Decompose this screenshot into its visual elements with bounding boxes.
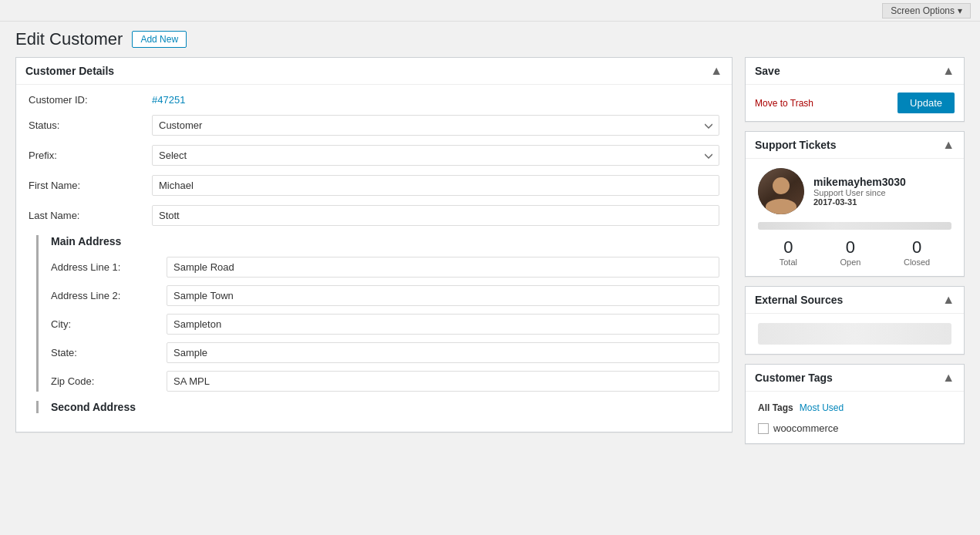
save-metabox: Save ▲ Move to Trash Update bbox=[745, 57, 965, 122]
state-label: State: bbox=[51, 347, 167, 358]
prefix-row: Prefix: Select bbox=[29, 145, 719, 166]
first-name-input[interactable] bbox=[152, 175, 719, 196]
external-sources-title: External Sources bbox=[755, 294, 843, 306]
first-name-row: First Name: bbox=[29, 175, 719, 196]
status-label: Status: bbox=[29, 119, 152, 131]
tag-woocommerce-checkbox[interactable] bbox=[758, 423, 769, 434]
save-title: Save bbox=[755, 65, 780, 77]
external-sources-metabox: External Sources ▲ bbox=[745, 286, 965, 355]
avatar-face bbox=[758, 168, 804, 214]
city-row: City: bbox=[51, 314, 719, 335]
second-address-title: Second Address bbox=[51, 401, 719, 413]
customer-tags-header[interactable]: Customer Tags ▲ bbox=[746, 365, 964, 392]
ticket-counts: 0 Total 0 Open 0 Closed bbox=[758, 237, 951, 267]
screen-options-label: Screen Options bbox=[891, 5, 955, 16]
right-column: Save ▲ Move to Trash Update Support Tick… bbox=[745, 57, 965, 444]
zip-label: Zip Code: bbox=[51, 375, 167, 387]
closed-label: Closed bbox=[904, 257, 930, 267]
main-address-title: Main Address bbox=[51, 235, 719, 247]
last-name-input[interactable] bbox=[152, 205, 719, 226]
total-label: Total bbox=[780, 257, 797, 267]
second-address-section: Second Address bbox=[36, 401, 719, 413]
total-count: 0 Total bbox=[780, 237, 797, 267]
all-tags-tab[interactable]: All Tags bbox=[758, 401, 793, 415]
external-sources-header[interactable]: External Sources ▲ bbox=[746, 287, 964, 314]
address2-input[interactable] bbox=[167, 285, 719, 306]
support-collapse-icon: ▲ bbox=[942, 138, 955, 152]
customer-details-metabox: Customer Details ▲ Customer ID: #47251 S… bbox=[15, 57, 732, 432]
blurred-link-bar bbox=[758, 222, 951, 230]
tags-collapse-icon: ▲ bbox=[942, 371, 955, 385]
support-user-row: mikemayhem3030 Support User since 2017-0… bbox=[758, 168, 951, 214]
customer-id-value: #47251 bbox=[152, 94, 185, 106]
add-new-button[interactable]: Add New bbox=[132, 31, 187, 48]
city-label: City: bbox=[51, 318, 167, 330]
tag-woocommerce-label: woocommerce bbox=[773, 422, 839, 434]
zip-row: Zip Code: bbox=[51, 371, 719, 392]
address2-row: Address Line 2: bbox=[51, 285, 719, 306]
left-column: Customer Details ▲ Customer ID: #47251 S… bbox=[15, 57, 732, 444]
page-title: Edit Customer bbox=[15, 29, 123, 49]
save-collapse-icon: ▲ bbox=[942, 64, 955, 78]
customer-details-header[interactable]: Customer Details ▲ bbox=[16, 58, 732, 85]
since-date: 2017-03-31 bbox=[813, 197, 857, 207]
most-used-tab[interactable]: Most Used bbox=[800, 401, 844, 415]
move-to-trash-link[interactable]: Move to Trash bbox=[755, 98, 813, 109]
customer-tags-title: Customer Tags bbox=[755, 372, 833, 384]
city-input[interactable] bbox=[167, 314, 719, 335]
save-metabox-header[interactable]: Save ▲ bbox=[746, 58, 964, 85]
avatar bbox=[758, 168, 804, 214]
customer-details-title: Customer Details bbox=[25, 65, 114, 77]
support-tickets-body: mikemayhem3030 Support User since 2017-0… bbox=[746, 159, 964, 276]
collapse-icon: ▲ bbox=[710, 64, 722, 78]
address1-label: Address Line 1: bbox=[51, 261, 167, 273]
external-blurred-content bbox=[758, 323, 951, 345]
prefix-select[interactable]: Select bbox=[152, 145, 719, 166]
address2-label: Address Line 2: bbox=[51, 290, 167, 301]
chevron-down-icon: ▾ bbox=[958, 5, 962, 16]
zip-input[interactable] bbox=[167, 371, 719, 392]
open-count: 0 Open bbox=[840, 237, 861, 267]
last-name-label: Last Name: bbox=[29, 210, 152, 221]
support-tickets-metabox: Support Tickets ▲ mikemayhem3030 Support… bbox=[745, 131, 965, 277]
closed-count: 0 Closed bbox=[904, 237, 930, 267]
first-name-label: First Name: bbox=[29, 180, 152, 191]
address1-row: Address Line 1: bbox=[51, 257, 719, 278]
status-row: Status: Customer bbox=[29, 115, 719, 136]
user-info: mikemayhem3030 Support User since 2017-0… bbox=[813, 176, 906, 207]
since-text: Support User since 2017-03-31 bbox=[813, 188, 906, 207]
customer-details-body: Customer ID: #47251 Status: Customer Pre… bbox=[16, 85, 732, 432]
support-tickets-header[interactable]: Support Tickets ▲ bbox=[746, 132, 964, 159]
main-address-section: Main Address Address Line 1: Address Lin… bbox=[36, 235, 719, 392]
main-layout: Customer Details ▲ Customer ID: #47251 S… bbox=[0, 57, 980, 459]
last-name-row: Last Name: bbox=[29, 205, 719, 226]
customer-tags-body: All Tags Most Used woocommerce bbox=[746, 392, 964, 443]
screen-options-button[interactable]: Screen Options ▾ bbox=[882, 3, 971, 19]
customer-id-row: Customer ID: #47251 bbox=[29, 94, 719, 106]
total-value: 0 bbox=[780, 237, 797, 257]
customer-tags-metabox: Customer Tags ▲ All Tags Most Used wooco… bbox=[745, 364, 965, 444]
username: mikemayhem3030 bbox=[813, 176, 906, 188]
customer-id-label: Customer ID: bbox=[29, 94, 152, 106]
open-value: 0 bbox=[840, 237, 861, 257]
tag-woocommerce-row: woocommerce bbox=[758, 422, 951, 434]
external-sources-body bbox=[746, 314, 964, 354]
page-header: Edit Customer Add New bbox=[0, 22, 980, 57]
open-label: Open bbox=[840, 257, 861, 267]
support-tickets-title: Support Tickets bbox=[755, 139, 837, 151]
prefix-label: Prefix: bbox=[29, 150, 152, 161]
tags-tab-row: All Tags Most Used bbox=[758, 401, 951, 415]
address1-input[interactable] bbox=[167, 257, 719, 278]
status-select[interactable]: Customer bbox=[152, 115, 719, 136]
state-input[interactable] bbox=[167, 342, 719, 363]
update-button[interactable]: Update bbox=[897, 93, 955, 113]
top-bar: Screen Options ▾ bbox=[0, 0, 980, 22]
external-collapse-icon: ▲ bbox=[942, 293, 955, 307]
state-row: State: bbox=[51, 342, 719, 363]
closed-value: 0 bbox=[904, 237, 930, 257]
save-metabox-body: Move to Trash Update bbox=[746, 85, 964, 121]
